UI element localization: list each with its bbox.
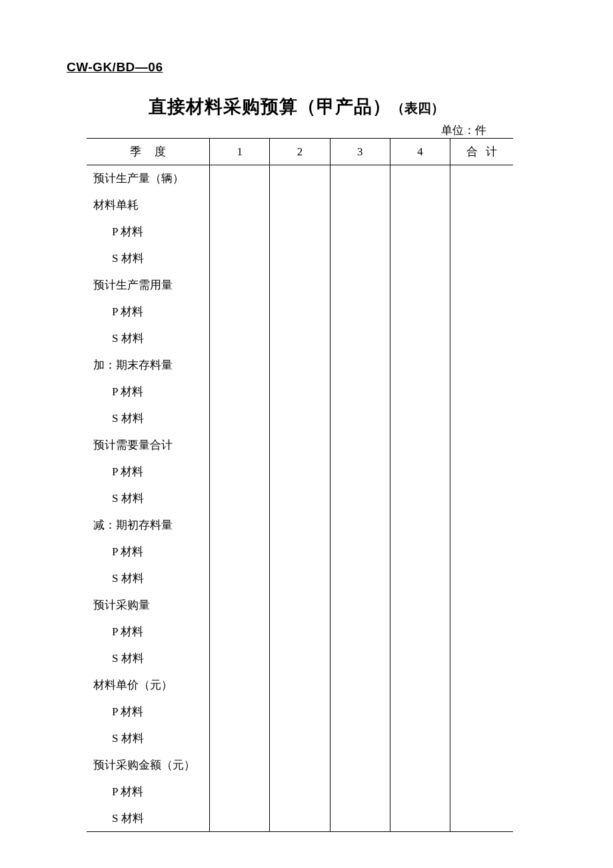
data-cell [270,539,330,565]
data-cell [210,459,270,485]
data-cell [330,485,390,512]
data-cell [390,539,450,565]
data-cell [450,379,513,405]
data-cell [390,325,450,352]
data-cell [270,565,330,592]
data-cell [450,219,513,245]
data-cell [390,352,450,379]
table-row: P 材料 [87,379,513,405]
data-cell [210,272,270,299]
data-cell [210,432,270,459]
data-cell [210,699,270,725]
data-cell [330,592,390,619]
data-cell [210,725,270,752]
data-cell [330,619,390,645]
table-row: P 材料 [87,299,513,325]
header-col3: 3 [330,139,390,165]
data-cell [210,619,270,645]
data-cell [330,459,390,485]
data-cell [210,512,270,539]
data-cell [210,165,270,192]
data-cell [450,192,513,219]
data-cell [210,299,270,325]
data-cell [450,352,513,379]
data-cell [210,752,270,779]
header-col1: 1 [210,139,270,165]
row-label: S 材料 [87,565,210,592]
data-cell [270,512,330,539]
data-cell [450,565,513,592]
data-cell [210,245,270,272]
data-cell [390,245,450,272]
table-row: 材料单价（元） [87,672,513,699]
data-cell [270,219,330,245]
data-cell [450,405,513,432]
data-cell [330,352,390,379]
data-cell [270,405,330,432]
table-row: S 材料 [87,645,513,672]
row-label: P 材料 [87,299,210,325]
data-cell [270,245,330,272]
data-cell [270,432,330,459]
data-cell [210,592,270,619]
row-label: S 材料 [87,325,210,352]
data-cell [270,779,330,805]
table-row: S 材料 [87,325,513,352]
data-cell [330,805,390,832]
data-cell [210,485,270,512]
row-label: P 材料 [87,779,210,805]
data-cell [390,565,450,592]
data-cell [270,485,330,512]
data-cell [450,272,513,299]
table-row: P 材料 [87,459,513,485]
row-label: S 材料 [87,405,210,432]
data-cell [270,805,330,832]
table-row: S 材料 [87,725,513,752]
data-cell [330,512,390,539]
data-cell [330,219,390,245]
data-cell [210,805,270,832]
data-cell [390,165,450,192]
data-cell [210,645,270,672]
data-cell [330,379,390,405]
main-title: 直接材料采购预算（甲产品） [149,97,391,117]
document-code: CW-GK/BD—06 [67,60,526,75]
data-cell [390,405,450,432]
data-cell [450,165,513,192]
header-col4: 4 [390,139,450,165]
data-cell [270,352,330,379]
row-label: P 材料 [87,539,210,565]
table-row: 预计生产需用量 [87,272,513,299]
data-cell [390,485,450,512]
row-label: 预计采购量 [87,592,210,619]
data-cell [390,779,450,805]
data-cell [330,165,390,192]
row-label: 预计采购金额（元） [87,752,210,779]
data-cell [210,539,270,565]
data-cell [390,459,450,485]
data-cell [270,165,330,192]
data-cell [390,805,450,832]
table-row: 预计需要量合计 [87,432,513,459]
row-label: 材料单价（元） [87,672,210,699]
data-cell [330,752,390,779]
data-cell [270,379,330,405]
data-cell [450,459,513,485]
data-cell [270,192,330,219]
data-cell [450,432,513,459]
data-cell [330,405,390,432]
data-cell [450,779,513,805]
row-label: P 材料 [87,379,210,405]
data-cell [450,299,513,325]
data-cell [330,272,390,299]
row-label: 预计生产需用量 [87,272,210,299]
data-cell [450,325,513,352]
data-cell [450,752,513,779]
row-label: 减：期初存料量 [87,512,210,539]
row-label: 预计生产量（辆） [87,165,210,192]
data-cell [270,272,330,299]
data-cell [210,325,270,352]
data-cell [330,645,390,672]
data-cell [330,245,390,272]
data-cell [270,645,330,672]
